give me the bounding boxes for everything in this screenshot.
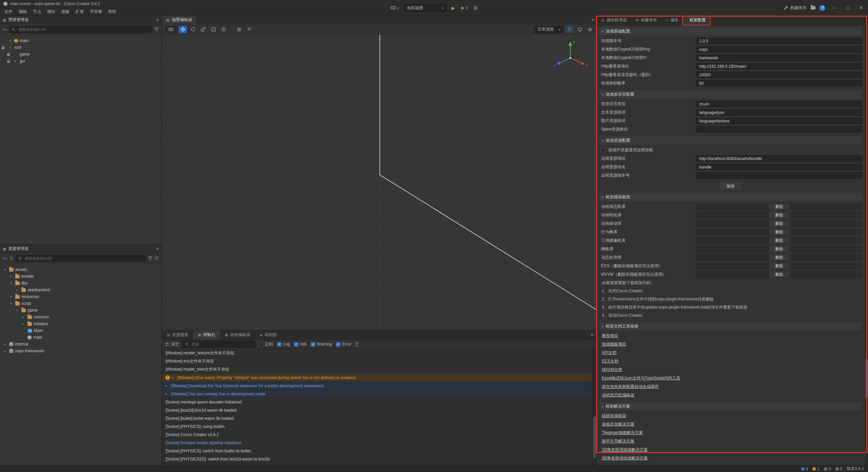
inspector-scrollbar[interactable] bbox=[865, 25, 868, 465]
lock-icon[interactable] bbox=[2, 47, 4, 49]
console-log-row[interactable]: [Window] Download the Vue Devtools exten… bbox=[162, 382, 592, 390]
property-input[interactable] bbox=[696, 101, 862, 107]
assets-search-input[interactable] bbox=[24, 256, 143, 261]
checkbox-icon[interactable] bbox=[336, 342, 340, 347]
lock-icon[interactable] bbox=[7, 61, 10, 63]
filter-icon[interactable] bbox=[154, 27, 159, 32]
console-tab[interactable]: 动画图 bbox=[255, 330, 281, 339]
console-filter-toggle[interactable]: Error bbox=[336, 341, 351, 347]
console-log-row[interactable]: [Window] You are running Vue in developm… bbox=[162, 390, 592, 398]
section-module-trim[interactable]: 框架模块裁剪 bbox=[599, 193, 862, 201]
console-log-row[interactable]: [Scene] Cocos Creator v3.8.2 bbox=[162, 431, 592, 439]
console-log-row[interactable]: [Window] render_texture文件夹不存在 bbox=[162, 349, 592, 357]
console-filter-toggle[interactable]: Log bbox=[277, 341, 290, 347]
console-log-row[interactable]: [Window] [Vue warn]: Property "onInput" … bbox=[162, 374, 592, 382]
expand-caret-icon[interactable] bbox=[165, 392, 169, 395]
add-node-button[interactable] bbox=[2, 27, 7, 32]
checkbox-icon[interactable] bbox=[311, 342, 315, 347]
caret-icon[interactable] bbox=[21, 322, 26, 326]
console-tab[interactable]: 动画编辑器 bbox=[220, 330, 255, 339]
scale-tool-icon[interactable] bbox=[199, 26, 207, 33]
status-count[interactable]: 3 bbox=[801, 467, 808, 471]
menu-item[interactable]: 帮助 bbox=[105, 7, 119, 16]
console-tab[interactable]: 资源预览 bbox=[162, 330, 193, 339]
asset-row[interactable]: internal bbox=[0, 341, 161, 348]
menu-item[interactable]: 扩展 bbox=[73, 7, 87, 16]
console-filter-toggle[interactable]: Info bbox=[294, 341, 307, 347]
doc-link[interactable]: Excel格式转Json文件与TypeScript代码工具 bbox=[599, 374, 862, 382]
property-input[interactable] bbox=[696, 164, 862, 170]
solution-link[interactable]: 2D角色扮演游戏解决方案 bbox=[599, 446, 862, 454]
caret-icon[interactable] bbox=[9, 275, 14, 278]
delete-module-button[interactable]: 删除 bbox=[769, 262, 790, 269]
hierarchy-node-main[interactable]: main bbox=[0, 37, 161, 44]
console-log-row[interactable]: [Scene] Forward render pipeline initiali… bbox=[162, 439, 592, 447]
section-doc-links[interactable]: 框架文档工具链接 bbox=[599, 322, 862, 330]
help-icon[interactable] bbox=[820, 5, 825, 11]
caret-icon[interactable] bbox=[3, 342, 7, 346]
property-input[interactable] bbox=[696, 126, 862, 133]
menu-item[interactable]: 面板 bbox=[58, 7, 73, 16]
solution-link[interactable]: 战棋游戏框架 bbox=[599, 412, 862, 420]
doc-link[interactable]: 游戏模板项目 bbox=[599, 340, 862, 349]
inspector-tab[interactable]: 服务 bbox=[662, 16, 683, 25]
property-input[interactable] bbox=[696, 172, 862, 179]
property-input[interactable] bbox=[696, 118, 862, 124]
grid-snap-icon[interactable] bbox=[235, 26, 243, 33]
play-button[interactable]: ▶ bbox=[450, 4, 457, 12]
inspector-tab[interactable]: 属性检查器 bbox=[597, 16, 631, 25]
section-solutions[interactable]: 框架解决方案 bbox=[599, 402, 862, 410]
asset-row[interactable]: Main bbox=[0, 327, 161, 334]
open-project-folder-icon[interactable] bbox=[811, 6, 815, 9]
save-button[interactable]: 保存 bbox=[719, 182, 742, 190]
delete-module-button[interactable]: 删除 bbox=[769, 254, 790, 261]
console-log-row[interactable]: [Scene] meshopt wasm decoder initialized bbox=[162, 398, 592, 406]
console-log-row[interactable]: [Window] model_view文件夹不存在 bbox=[162, 366, 592, 374]
console-filter-toggle[interactable]: Warning bbox=[311, 341, 332, 347]
filter-icon[interactable] bbox=[148, 256, 153, 261]
doc-link[interactable]: 教程项目 bbox=[599, 332, 862, 340]
caret-icon[interactable] bbox=[8, 39, 13, 42]
console-log-row[interactable]: [Scene] [PHYSICS2D]: switch from box2d-w… bbox=[162, 455, 592, 463]
section-language-config[interactable]: 游戏多语言配置 bbox=[599, 90, 862, 98]
console-filter-toggle[interactable]: 正则 bbox=[259, 341, 273, 347]
asset-row[interactable]: main bbox=[0, 334, 161, 341]
delete-module-button[interactable]: 删除 bbox=[769, 229, 790, 235]
caret-icon[interactable] bbox=[13, 59, 18, 63]
asset-row[interactable]: common bbox=[0, 314, 161, 320]
section-basic-config[interactable]: 游戏基础配置 bbox=[599, 27, 862, 35]
property-input[interactable] bbox=[696, 55, 862, 61]
scene-editor-tab[interactable]: 场景编辑器 bbox=[162, 16, 196, 24]
console-scrollbar[interactable] bbox=[592, 349, 597, 465]
solution-link[interactable]: Tiledmap地图解决方案 bbox=[599, 429, 862, 437]
refresh-icon[interactable] bbox=[155, 256, 159, 260]
checkbox-icon[interactable] bbox=[259, 342, 263, 347]
solution-link[interactable]: 3D角色扮演游戏解决方案 bbox=[599, 454, 862, 463]
hierarchy-search-input[interactable] bbox=[17, 27, 150, 32]
section-resource-config[interactable]: 游戏资源配置 bbox=[599, 136, 862, 144]
menu-item[interactable]: 开发者 bbox=[87, 7, 105, 16]
inspector-tab[interactable]: 构建发布 bbox=[631, 16, 662, 25]
add-asset-button[interactable] bbox=[2, 256, 7, 260]
caret-icon[interactable] bbox=[15, 309, 20, 312]
asset-row[interactable]: seedrandom bbox=[0, 287, 161, 293]
layout-grid-icon[interactable] bbox=[472, 4, 479, 11]
menu-item[interactable]: 节点 bbox=[30, 7, 44, 16]
hierarchy-node-root[interactable]: root bbox=[0, 44, 161, 51]
console-log-row[interactable]: [Scene] [PHYSICS]: using builtin. bbox=[162, 422, 592, 431]
asset-row[interactable]: oops-framework bbox=[0, 348, 161, 354]
delete-module-button[interactable]: 删除 bbox=[769, 245, 790, 252]
transform-space-icon[interactable] bbox=[219, 26, 228, 33]
scene-settings-gear-icon[interactable] bbox=[586, 26, 594, 33]
asset-row[interactable]: resources bbox=[0, 293, 161, 300]
caret-icon[interactable] bbox=[3, 268, 7, 271]
property-input[interactable] bbox=[696, 109, 862, 116]
doc-link[interactable]: MVVM文档 bbox=[599, 366, 862, 374]
console-log-row[interactable]: [Scene] [box2d]:box2d wasm lib loaded. bbox=[162, 406, 592, 414]
clear-console-button[interactable]: 清空 bbox=[165, 341, 179, 347]
console-search-input[interactable] bbox=[191, 342, 253, 347]
doc-link[interactable]: 动画状态机编辑器 bbox=[599, 391, 862, 399]
scene-viewport[interactable]: Y X z bbox=[162, 35, 597, 330]
panel-menu-icon[interactable] bbox=[156, 18, 159, 22]
scene-light-icon[interactable] bbox=[566, 26, 574, 33]
